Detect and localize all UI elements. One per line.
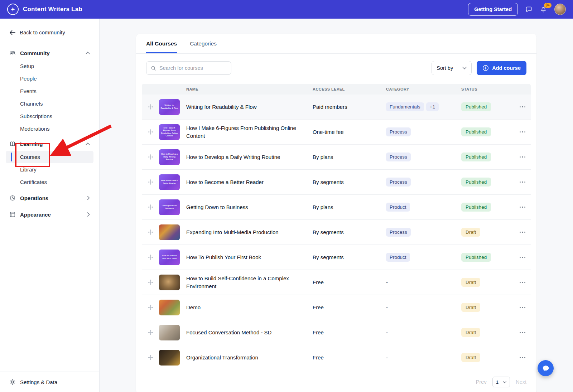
app-logo-icon[interactable] — [7, 4, 19, 15]
sidebar-item-library[interactable]: Library — [6, 163, 93, 176]
more-actions-button[interactable] — [519, 355, 526, 360]
course-thumbnail-label: Writing for Readability & Flow — [160, 104, 178, 110]
drag-handle-icon[interactable] — [148, 154, 153, 160]
more-actions-button[interactable] — [519, 154, 526, 160]
course-thumbnail[interactable]: Getting Down to Business — [159, 199, 180, 215]
search-input[interactable] — [159, 65, 227, 71]
more-actions-button[interactable] — [519, 104, 526, 110]
drag-handle-icon[interactable] — [148, 255, 153, 260]
main-content: All Courses Categories Sort by — [100, 19, 573, 392]
sidebar-item-moderations[interactable]: Moderations — [6, 122, 93, 135]
course-name[interactable]: How to Develop a Daily Writing Routine — [186, 153, 313, 161]
sidebar-item-setup[interactable]: Setup — [6, 60, 93, 72]
course-thumbnail[interactable]: How I Make 6-Figures From Publishing Onl… — [159, 124, 180, 140]
table-row: How to Build Self-Confidence in a Comple… — [142, 270, 531, 295]
course-name[interactable]: Getting Down to Business — [186, 203, 313, 211]
next-page-button[interactable]: Next — [516, 379, 526, 385]
table-row: Organizational Transformation Free - Dra… — [142, 345, 531, 370]
sidebar-section-learning[interactable]: Learning — [6, 137, 93, 151]
status-badge: Published — [461, 178, 491, 187]
back-to-community-link[interactable]: Back to community — [0, 29, 99, 35]
table-row: Writing for Readability & Flow Writing f… — [142, 95, 531, 120]
chat-widget-button[interactable] — [538, 360, 554, 376]
chevron-down-icon — [503, 381, 506, 383]
course-access-level: By segments — [313, 229, 386, 235]
prev-page-button[interactable]: Prev — [476, 379, 487, 385]
more-actions-button[interactable] — [519, 330, 526, 335]
drag-handle-icon[interactable] — [148, 179, 153, 185]
add-course-button[interactable]: Add course — [477, 61, 526, 75]
category-chip: - — [386, 279, 388, 285]
drag-handle-icon[interactable] — [148, 229, 153, 235]
sidebar-item-courses[interactable]: Courses — [6, 151, 93, 163]
more-actions-button[interactable] — [519, 255, 526, 260]
course-name[interactable]: Demo — [186, 304, 313, 311]
drag-handle-icon[interactable] — [148, 355, 153, 360]
course-tabs: All Courses Categories — [136, 34, 536, 54]
course-thumbnail[interactable]: Writing for Readability & Flow — [159, 99, 180, 115]
drag-handle-icon[interactable] — [148, 129, 153, 135]
drag-handle-icon[interactable] — [148, 104, 153, 110]
sort-by-dropdown[interactable]: Sort by — [432, 61, 472, 75]
more-actions-button[interactable] — [519, 204, 526, 210]
status-badge: Draft — [461, 303, 480, 312]
more-actions-button[interactable] — [519, 280, 526, 285]
tab-all-courses[interactable]: All Courses — [146, 34, 177, 53]
sidebar-item-people[interactable]: People — [6, 72, 93, 85]
chevron-up-icon — [86, 142, 90, 145]
drag-handle-icon[interactable] — [148, 204, 153, 210]
course-thumbnail-label: How I Make 6-Figures From Publishing Onl… — [160, 127, 178, 137]
getting-started-button[interactable]: Getting Started — [468, 3, 518, 16]
chevron-right-icon — [87, 196, 90, 200]
status-badge: Published — [461, 253, 491, 262]
course-access-level: Free — [313, 279, 386, 285]
page-number-select[interactable]: 1 — [492, 377, 510, 387]
gear-icon — [9, 379, 16, 385]
sidebar-item-channels[interactable]: Channels — [6, 97, 93, 110]
sidebar-section-operations[interactable]: Operations — [6, 191, 93, 205]
course-thumbnail[interactable] — [159, 300, 180, 315]
status-badge: Published — [461, 127, 491, 136]
course-thumbnail[interactable]: How to Develop a Daily Writing Routine — [159, 149, 180, 165]
course-name[interactable]: How to Become a Better Reader — [186, 178, 313, 186]
course-thumbnail-label: How to Develop a Daily Writing Routine — [160, 153, 178, 161]
settings-and-data-link[interactable]: Settings & Data — [0, 372, 99, 392]
status-badge: Published — [461, 102, 491, 111]
drag-handle-icon[interactable] — [148, 305, 153, 310]
course-thumbnail[interactable] — [159, 350, 180, 366]
chat-bubble-icon — [542, 364, 550, 372]
sidebar-item-certificates[interactable]: Certificates — [6, 176, 93, 188]
sidebar-item-events[interactable]: Events — [6, 85, 93, 97]
course-name[interactable]: How To Publish Your First Book — [186, 253, 313, 261]
course-name[interactable]: Organizational Transformation — [186, 354, 313, 362]
more-actions-button[interactable] — [519, 179, 526, 185]
drag-handle-icon[interactable] — [148, 330, 153, 335]
chevron-up-icon — [86, 52, 90, 54]
course-search[interactable] — [146, 61, 231, 75]
notifications-bell-icon[interactable]: 9+ — [540, 6, 547, 13]
status-badge: Draft — [461, 328, 480, 337]
more-actions-button[interactable] — [519, 229, 526, 235]
course-name[interactable]: Expanding Into Multi-Media Production — [186, 228, 313, 236]
user-avatar[interactable] — [554, 4, 566, 15]
course-thumbnail[interactable]: How To Publish Your First Book — [159, 250, 180, 265]
course-name[interactable]: Writing for Readability & Flow — [186, 103, 313, 111]
more-actions-button[interactable] — [519, 129, 526, 135]
course-name[interactable]: How I Make 6-Figures From Publishing Onl… — [186, 124, 313, 140]
sidebar-section-community[interactable]: Community — [6, 46, 93, 60]
sidebar-section-appearance[interactable]: Appearance — [6, 208, 93, 221]
sidebar-item-subscriptions[interactable]: Subscriptions — [6, 110, 93, 122]
course-name[interactable]: Focused Conversation Method - SD — [186, 329, 313, 337]
table-row: Focused Conversation Method - SD Free - … — [142, 320, 531, 345]
messages-icon[interactable] — [525, 6, 533, 13]
course-name[interactable]: How to Build Self-Confidence in a Comple… — [186, 275, 313, 290]
course-thumbnail[interactable] — [159, 325, 180, 340]
appearance-layout-icon — [9, 211, 16, 218]
course-thumbnail[interactable]: How to Become a Better Reader — [159, 174, 180, 190]
drag-handle-icon[interactable] — [148, 280, 153, 285]
table-header: NAME ACCESS LEVEL CATEGORY STATUS — [142, 84, 531, 95]
more-actions-button[interactable] — [519, 305, 526, 310]
tab-categories[interactable]: Categories — [190, 34, 217, 53]
course-thumbnail[interactable] — [159, 275, 180, 290]
course-thumbnail[interactable] — [159, 224, 180, 240]
